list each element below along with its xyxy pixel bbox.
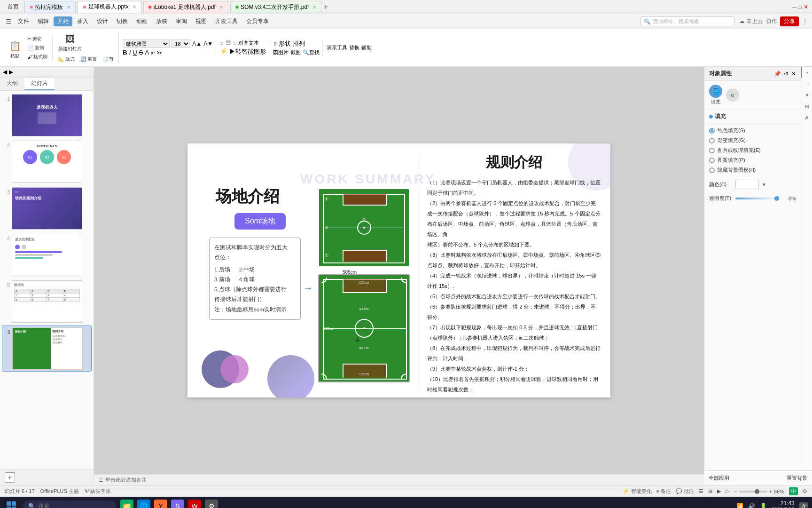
fill-option-hide[interactable]: 隐藏背景图形(H) <box>707 165 798 175</box>
share-btn[interactable]: 分享 <box>780 16 799 26</box>
fill-option-gradient[interactable]: 渐变填充(G) <box>707 135 798 145</box>
format-btn[interactable]: 🖌格式刷 <box>25 53 49 61</box>
layout-btn[interactable]: 📐 版式 <box>56 55 77 64</box>
picture-btn[interactable]: 🖼图片 <box>273 49 289 56</box>
slide-thumb-2[interactable]: 2 CONTENTS 01 02 03 <box>2 139 92 184</box>
more-btn[interactable]: ⋮ <box>802 18 808 25</box>
font-family-select[interactable]: 微软雅黑 <box>123 40 170 48</box>
text-direction-btn[interactable]: 对齐文本 <box>238 40 259 47</box>
taskbar-search[interactable]: 🔍 搜索 <box>23 500 117 508</box>
nav-forward[interactable]: ▶ <box>9 69 13 75</box>
tab-football-pptx[interactable]: ■ 足球机器人.pptx ✕ <box>78 1 141 13</box>
lang-selector[interactable]: It <box>799 502 808 508</box>
slide-thumb-5[interactable]: 5 数据表 ABCD 1234 5678 <box>2 279 92 324</box>
font-shadow-btn[interactable]: A <box>145 49 149 56</box>
menu-file[interactable]: 文件 <box>14 16 33 26</box>
cut-btn[interactable]: ✂剪切 <box>25 35 49 43</box>
slide-thumb-6[interactable]: 6 场地介绍 规则介绍 (1)比赛现场...(2)由两个...(3)比赛时... <box>2 325 92 372</box>
add-slide-btn[interactable]: + <box>5 472 15 483</box>
tab-close-football-pdf[interactable]: ✕ <box>219 5 223 10</box>
note-btn[interactable]: ≡ 备注 <box>656 488 671 495</box>
taskbar-browser[interactable]: 🌐 <box>137 500 150 508</box>
tab-outline[interactable]: 大纲 <box>0 78 24 90</box>
convert-shape-btn[interactable]: ▶转智能图形 <box>229 48 266 56</box>
zoom-in-btn[interactable]: + <box>769 489 772 494</box>
extra-btn[interactable]: 辅助 <box>361 44 372 51</box>
smartart-btn[interactable]: ⚡ <box>220 48 227 56</box>
opacity-slider[interactable] <box>735 198 779 199</box>
panel-refresh-btn[interactable]: ↺ <box>784 71 789 77</box>
menu-devtools[interactable]: 开发工具 <box>211 16 242 26</box>
panel-pin-btn[interactable]: 📌 <box>774 71 781 77</box>
fill-main-icon[interactable]: 🪣 填充 <box>709 85 722 105</box>
window-minimize[interactable]: ─ <box>792 4 796 10</box>
tray-battery[interactable]: 🔋 <box>760 503 767 508</box>
align-center-btn[interactable]: ☰ <box>226 40 231 47</box>
tray-network[interactable]: 📶 <box>736 503 743 508</box>
right-icon-size[interactable]: ⊞ <box>801 101 812 112</box>
menu-animation[interactable]: 动画 <box>133 16 151 26</box>
start-button[interactable] <box>4 499 19 508</box>
superscript-btn[interactable]: x² <box>151 50 155 56</box>
tab-close-football-pptx[interactable]: ✕ <box>133 4 136 9</box>
underline-btn[interactable]: U <box>133 49 137 56</box>
taskbar-app2[interactable]: S <box>171 500 184 508</box>
som-button[interactable]: Som场地 <box>234 213 286 230</box>
copy-btn[interactable]: 📄复制 <box>25 44 49 52</box>
tab-som-pdf[interactable]: ■ SOM v3.4二次开发手册.pdf ✕ <box>230 1 322 13</box>
reset-bg-btn[interactable]: 重置背景 <box>787 475 801 482</box>
bold-btn[interactable]: B <box>123 49 127 56</box>
font-size-up[interactable]: A▲ <box>192 40 202 47</box>
slide-thumb-3[interactable]: 3 01 软件及规则介绍 <box>2 186 92 231</box>
window-maximize[interactable]: □ <box>798 4 802 10</box>
tab-close-tuokuang[interactable]: ✕ <box>67 5 70 10</box>
menu-view[interactable]: 视图 <box>192 16 211 26</box>
align-right-btn[interactable]: ≡ <box>233 40 237 47</box>
new-tab-button[interactable]: + <box>323 3 328 11</box>
fill-option-solid[interactable]: 纯色填充(S) <box>707 126 798 135</box>
slide-thumb-4[interactable]: 4 进攻战术配合 <box>2 232 92 278</box>
reset-btn[interactable]: 🔄 重置 <box>78 55 99 64</box>
menu-review[interactable]: 审阅 <box>172 16 191 26</box>
menu-edit[interactable]: 编辑 <box>34 16 53 26</box>
right-icon-line[interactable]: ─ <box>801 78 812 89</box>
normal-view-btn[interactable]: ☰ <box>699 488 703 494</box>
menu-design[interactable]: 设计 <box>93 16 112 26</box>
home-tab[interactable]: 首页 <box>4 3 23 11</box>
fill-option-pattern[interactable]: 图案填充(P) <box>707 155 798 165</box>
tab-tuokuang[interactable]: ■ 拓框完模板 ✕ <box>24 1 76 13</box>
align-left-btn[interactable]: ≡ <box>220 40 224 47</box>
italic-btn[interactable]: I <box>129 49 131 56</box>
menu-icon[interactable]: ☰ <box>4 17 13 26</box>
right-icon-text[interactable]: A <box>801 112 812 123</box>
font-size-select[interactable]: 18 <box>172 40 190 48</box>
apply-all-btn[interactable]: 全部应用 <box>709 475 729 482</box>
arrange-btn[interactable]: 排列 <box>293 40 305 48</box>
subscript-btn[interactable]: x₂ <box>157 49 162 56</box>
collab-btn[interactable]: 协作 <box>766 17 777 25</box>
slide-canvas[interactable]: WORK SUMMARY 场地介绍 Som场地 在测试和脚本实现时分为五大 点位… <box>187 143 610 397</box>
menu-switch[interactable]: 切换 <box>113 16 132 26</box>
taskbar-app4[interactable]: ⚙ <box>205 500 218 508</box>
font-size-down[interactable]: A▼ <box>203 40 213 47</box>
zoom-out-btn[interactable]: − <box>734 489 737 494</box>
animation-tool-btn[interactable]: 演示工具 <box>327 44 347 51</box>
taskbar-app3[interactable]: W <box>188 500 201 508</box>
section-btn[interactable]: 📑 节 <box>101 55 116 64</box>
fill-option-picture[interactable]: 图片或纹理填充(E) <box>707 145 798 155</box>
nav-back[interactable]: ◀ <box>3 69 7 75</box>
search-btn[interactable]: 🔍查找 <box>303 49 320 56</box>
smart-beauty-btn[interactable]: ⚡ 智能美化 <box>623 488 651 495</box>
settings-btn[interactable]: ⚙ <box>803 488 807 494</box>
paste-btn[interactable]: 📋 粘贴 <box>7 39 23 61</box>
menu-slideshow[interactable]: 放映 <box>152 16 171 26</box>
comment-btn[interactable]: 💬 批注 <box>676 488 694 495</box>
shape-btn[interactable]: 形状 <box>279 40 291 48</box>
menu-start[interactable]: 开始 <box>54 16 72 26</box>
window-close[interactable]: ✕ <box>804 4 808 10</box>
play-btn[interactable]: ▷ <box>726 488 729 494</box>
reading-view-btn[interactable]: ▶ <box>717 488 721 494</box>
slide-browse-btn[interactable]: ⊞ <box>708 488 712 494</box>
tray-volume[interactable]: 🔊 <box>748 503 755 508</box>
right-icon-fill[interactable]: ▪ <box>801 67 812 78</box>
